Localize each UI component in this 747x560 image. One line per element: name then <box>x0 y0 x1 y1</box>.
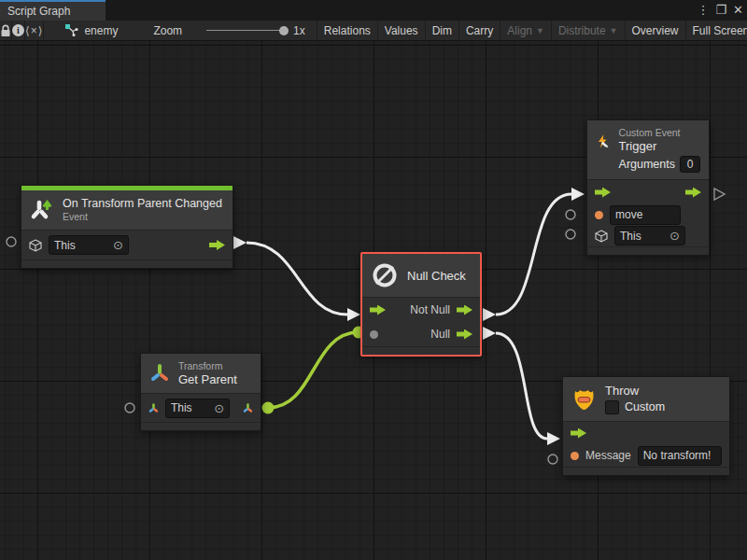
zoom-slider-thumb[interactable] <box>279 26 289 35</box>
node-footer <box>141 422 261 430</box>
wire-end-arrow <box>347 308 360 321</box>
tab-bar: Script Graph ⋮ ❐ ✕ <box>0 0 747 21</box>
port-triangle[interactable] <box>714 189 725 200</box>
carry-button[interactable]: Carry <box>459 21 500 41</box>
message-field[interactable]: No transform! <box>638 446 722 466</box>
target-icon[interactable]: ⊙ <box>113 239 123 251</box>
control-input-port[interactable] <box>571 428 586 439</box>
zoom-label: Zoom <box>153 24 182 37</box>
node-title: Null Check <box>407 269 466 283</box>
node-footer <box>587 246 709 255</box>
node-get-parent[interactable]: Transform Get Parent This ⊙ <box>140 353 261 431</box>
graph-reference[interactable]: enemy <box>64 23 118 37</box>
values-button[interactable]: Values <box>378 21 425 41</box>
fullscreen-button[interactable]: Full Screen <box>686 21 747 41</box>
tab-title: Script Graph <box>7 5 70 18</box>
chevron-down-icon: ▼ <box>610 26 618 35</box>
graph-canvas[interactable]: On Transform Parent Changed Event This ⊙ <box>0 41 747 560</box>
wire-event-to-nullcheck[interactable] <box>247 243 347 315</box>
string-port[interactable] <box>571 452 579 460</box>
port-circle[interactable] <box>566 230 575 239</box>
wire-getparent-to-nullcheck[interactable] <box>268 332 359 408</box>
relations-button[interactable]: Relations <box>317 21 377 41</box>
code-icon: ⟨×⟩ <box>25 24 43 37</box>
menu-icon[interactable]: ⋮ <box>697 0 709 21</box>
node-title: Get Parent <box>178 372 237 386</box>
cube-icon <box>595 230 608 243</box>
port-circle[interactable] <box>566 210 575 219</box>
transform-event-icon <box>30 198 54 222</box>
control-output-port[interactable] <box>685 188 701 198</box>
zoom-slider[interactable] <box>206 30 285 31</box>
align-button[interactable]: Align▼ <box>500 21 551 41</box>
chevron-down-icon: ▼ <box>536 26 544 35</box>
arguments-field[interactable]: 0 <box>680 156 700 173</box>
not-null-output-port[interactable] <box>457 305 472 315</box>
wire-notnull-to-trigger[interactable] <box>496 194 571 315</box>
node-null-check[interactable]: Null Check Not Null Null <box>360 252 482 357</box>
arguments-label: Arguments <box>619 158 675 172</box>
unity-visual-scripting-window: Script Graph ⋮ ❐ ✕ i ⟨×⟩ <box>0 0 747 560</box>
node-subtitle: Event <box>63 211 222 223</box>
node-title: Throw <box>605 384 665 398</box>
transform-port-icon[interactable] <box>148 402 159 414</box>
distribute-button[interactable]: Distribute▼ <box>552 21 625 41</box>
transform-output-port[interactable] <box>243 402 253 414</box>
maximize-icon[interactable]: ❐ <box>715 0 726 21</box>
wire-null-to-throw[interactable] <box>496 333 547 439</box>
dim-button[interactable]: Dim <box>426 21 458 41</box>
node-footer <box>362 346 480 355</box>
target-icon[interactable]: ⊙ <box>214 402 224 414</box>
node-custom-event-trigger[interactable]: Custom Event Trigger Arguments 0 <box>586 119 710 256</box>
custom-label: Custom <box>625 400 665 414</box>
custom-checkbox[interactable] <box>605 400 619 414</box>
null-check-icon <box>371 261 399 289</box>
toolbar-buttons: Relations Values Dim Carry Align▼ Distri… <box>317 21 747 41</box>
lock-icon <box>0 24 11 37</box>
zoom-control: Zoom 1x <box>153 24 304 37</box>
overview-button[interactable]: Overview <box>626 21 685 41</box>
node-footer <box>21 259 233 268</box>
close-icon[interactable]: ✕ <box>733 0 743 21</box>
window-buttons: ⋮ ❐ ✕ <box>697 0 743 21</box>
custom-event-icon <box>596 129 611 155</box>
graph-name: enemy <box>84 24 118 37</box>
wire-end-arrow <box>547 432 560 445</box>
node-on-transform-parent-changed[interactable]: On Transform Parent Changed Event This ⊙ <box>21 185 233 269</box>
wire-source-dot <box>262 402 275 414</box>
info-icon: i <box>12 24 24 36</box>
lock-button[interactable] <box>0 21 11 41</box>
port-label: Not Null <box>410 303 450 316</box>
target-icon[interactable]: ⊙ <box>669 230 680 242</box>
control-input-port[interactable] <box>595 188 611 198</box>
transform-icon <box>149 363 170 384</box>
node-type-label: Transform <box>178 360 237 372</box>
wire-source-arrow <box>483 327 496 340</box>
zoom-value: 1x <box>293 24 305 37</box>
node-throw[interactable]: Throw Custom Message No transform! <box>562 376 730 476</box>
string-port[interactable] <box>595 211 603 219</box>
value-input-port[interactable] <box>370 330 378 339</box>
port-circle[interactable] <box>548 455 557 464</box>
wire-source-arrow <box>483 308 496 321</box>
node-title: On Transform Parent Changed <box>63 197 222 211</box>
target-field[interactable]: This ⊙ <box>49 235 129 255</box>
message-label: Message <box>585 449 631 462</box>
wire-source-arrow <box>233 236 247 249</box>
node-footer <box>563 467 729 475</box>
control-output-port[interactable] <box>209 240 225 250</box>
port-circle[interactable] <box>7 237 16 246</box>
node-type-label: Custom Event <box>619 127 700 139</box>
code-view-button[interactable]: ⟨×⟩ <box>25 21 43 41</box>
target-field[interactable]: This ⊙ <box>614 226 685 245</box>
null-output-port[interactable] <box>457 329 472 340</box>
port-circle[interactable] <box>125 403 134 413</box>
info-button[interactable]: i <box>12 21 24 41</box>
control-input-port[interactable] <box>370 305 386 315</box>
tab-script-graph[interactable]: Script Graph <box>0 0 106 21</box>
event-name-field[interactable]: move <box>610 205 681 225</box>
graph-icon <box>64 23 78 37</box>
graph-toolbar: i ⟨×⟩ enemy Zoom 1x Relations <box>0 21 747 41</box>
throw-icon <box>571 386 597 413</box>
target-field[interactable]: This ⊙ <box>165 399 230 418</box>
